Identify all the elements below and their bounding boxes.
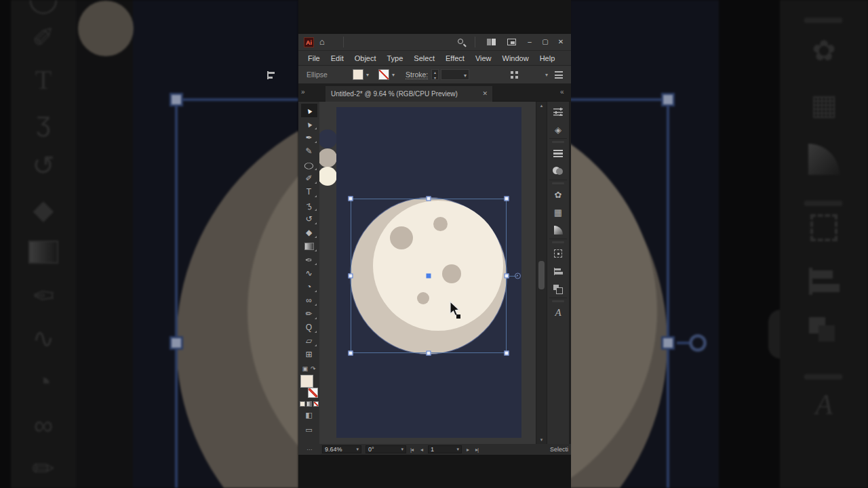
selection-handle-sw[interactable] <box>349 351 353 356</box>
search-icon[interactable] <box>458 39 463 44</box>
tool-ellipse-icon[interactable]: ◯ <box>301 158 317 171</box>
panel-swatches-icon[interactable]: ▦ <box>549 203 567 221</box>
tool-zoom-icon[interactable]: Q <box>301 321 317 334</box>
tool-rotate-icon[interactable]: ↺ <box>301 212 317 226</box>
gradient-mode-icon[interactable] <box>307 401 312 407</box>
none-mode-icon[interactable] <box>313 401 319 407</box>
shape-widget-handle[interactable] <box>515 273 521 279</box>
chevron-down-icon[interactable]: ▾ <box>366 72 369 78</box>
tool-eyedropper-icon[interactable]: ✑ <box>301 253 317 266</box>
home-icon[interactable]: ⌂ <box>319 37 325 47</box>
arrange-documents-icon[interactable] <box>507 39 516 45</box>
swap-fill-stroke-icon[interactable]: ↷ <box>311 365 316 372</box>
collapse-panels-right-icon[interactable]: « <box>560 88 564 96</box>
tool-shaper-icon[interactable]: ◔ <box>301 280 317 293</box>
menu-help[interactable]: Help <box>534 54 561 62</box>
menu-edit[interactable]: Edit <box>326 54 349 62</box>
document-tab[interactable]: Untitled-2* @ 9.64 % (RGB/CPU Preview) ✕ <box>326 86 492 102</box>
rotation-field[interactable]: 0° ▾ <box>366 445 406 453</box>
transform-grid-icon[interactable] <box>511 71 518 79</box>
close-tab-icon[interactable]: ✕ <box>482 86 488 102</box>
menu-file[interactable]: File <box>302 54 326 62</box>
stroke-color-swatch[interactable] <box>378 69 389 80</box>
selection-handle-n[interactable] <box>427 197 431 201</box>
palette-circle-beige[interactable] <box>319 148 337 167</box>
tool-smooth-icon[interactable]: ∿ <box>301 266 317 280</box>
default-swatches-icon[interactable]: ▣ <box>302 365 308 372</box>
maximize-button[interactable]: ▢ <box>539 37 551 47</box>
palette-circle-cream[interactable] <box>319 167 337 186</box>
next-artboard-icon[interactable]: ▸ <box>467 447 469 453</box>
options-menu-icon[interactable] <box>555 71 563 79</box>
scrollbar-thumb[interactable] <box>538 261 545 289</box>
workspace-switcher-icon[interactable] <box>487 39 496 45</box>
artboard-number-field[interactable]: 1 ▾ <box>428 445 462 453</box>
panel-stroke-icon[interactable] <box>549 144 567 162</box>
edit-toolbar-button[interactable]: … <box>298 444 321 455</box>
chevron-down-icon[interactable]: ▾ <box>356 447 359 452</box>
chevron-down-icon[interactable]: ▾ <box>456 447 459 452</box>
scroll-down-icon[interactable]: ▾ <box>536 437 547 443</box>
tool-type-icon[interactable]: T <box>301 185 317 199</box>
close-button[interactable]: ✕ <box>555 37 567 47</box>
previous-artboard-icon[interactable]: ◂ <box>420 447 422 453</box>
selection-handle-se[interactable] <box>505 351 509 356</box>
vertical-scrollbar[interactable]: ▴ ▾ <box>536 102 547 444</box>
menu-window[interactable]: Window <box>497 54 534 62</box>
stroke-weight-field[interactable]: ▾ <box>441 69 469 80</box>
chevron-down-icon[interactable]: ▾ <box>545 72 548 78</box>
panel-transparency-icon[interactable] <box>549 162 567 180</box>
illustrator-logo-icon[interactable]: Ai <box>304 37 314 47</box>
fill-color-swatch[interactable] <box>353 69 363 80</box>
selection-handle-s[interactable] <box>427 351 431 356</box>
stroke-proxy-swatch[interactable] <box>308 388 318 398</box>
scroll-up-icon[interactable]: ▴ <box>536 103 547 108</box>
panel-gradient-icon[interactable] <box>549 221 567 239</box>
fill-proxy-swatch[interactable] <box>300 375 313 388</box>
color-mode-icon[interactable] <box>300 401 305 407</box>
panel-properties-icon[interactable] <box>549 103 567 121</box>
tool-shape-builder-icon[interactable]: ▱ <box>301 334 317 348</box>
selection-handle-w[interactable] <box>349 274 353 279</box>
stroke-label[interactable]: Stroke: <box>406 70 428 79</box>
tool-curvature-icon[interactable]: ✎ <box>301 144 317 158</box>
canvas[interactable] <box>319 102 536 444</box>
palette-circle-navy[interactable] <box>319 129 337 148</box>
selection-handle-nw[interactable] <box>349 197 353 201</box>
panel-transform-icon[interactable] <box>549 245 567 262</box>
panel-layers-icon[interactable]: ◈ <box>549 121 567 138</box>
zoom-level-field[interactable]: 9.64% ▾ <box>322 445 361 453</box>
first-artboard-icon[interactable]: |◂ <box>410 447 413 453</box>
chevron-down-icon[interactable]: ▾ <box>464 73 467 79</box>
chevron-down-icon[interactable]: ▾ <box>392 72 395 78</box>
stroke-weight-stepper[interactable]: ▴▾ <box>431 69 439 80</box>
align-icon[interactable] <box>267 71 269 79</box>
draw-mode-icon[interactable]: ◧ <box>305 411 312 422</box>
tool-eraser-icon[interactable]: ◆ <box>301 226 317 239</box>
expand-panels-left-icon[interactable]: » <box>301 88 305 96</box>
panel-character-icon[interactable]: A <box>549 304 567 321</box>
tool-pen-icon[interactable]: ✒ <box>301 131 317 144</box>
minimize-button[interactable]: – <box>524 37 536 47</box>
menu-select[interactable]: Select <box>408 54 440 62</box>
menu-view[interactable]: View <box>470 54 497 62</box>
last-artboard-icon[interactable]: ▸| <box>475 447 478 453</box>
tool-direct-selection-icon[interactable]: ▲ <box>301 117 317 131</box>
menu-object[interactable]: Object <box>349 54 382 62</box>
panel-align-icon[interactable] <box>549 262 567 280</box>
panel-pathfinder-icon[interactable] <box>549 280 567 298</box>
tool-blend-icon[interactable]: ∞ <box>301 293 317 307</box>
artboard[interactable] <box>336 107 521 438</box>
screen-mode-icon[interactable]: ▭ <box>305 426 312 436</box>
chevron-down-icon[interactable]: ▾ <box>401 447 403 452</box>
tool-selection-icon[interactable]: ▲ <box>301 104 317 117</box>
menu-type[interactable]: Type <box>382 54 409 62</box>
tool-lasso-icon[interactable]: ʒ <box>301 199 317 212</box>
tool-paintbrush-icon[interactable]: ✐ <box>301 171 317 185</box>
selection-handle-ne[interactable] <box>505 197 509 201</box>
menu-effect[interactable]: Effect <box>440 54 470 62</box>
tool-gradient-icon[interactable] <box>301 239 317 253</box>
tool-knife-icon[interactable]: ✏ <box>301 307 317 321</box>
selection-center-point[interactable] <box>427 274 431 279</box>
tool-artboard-icon[interactable]: ⊞ <box>301 348 317 361</box>
